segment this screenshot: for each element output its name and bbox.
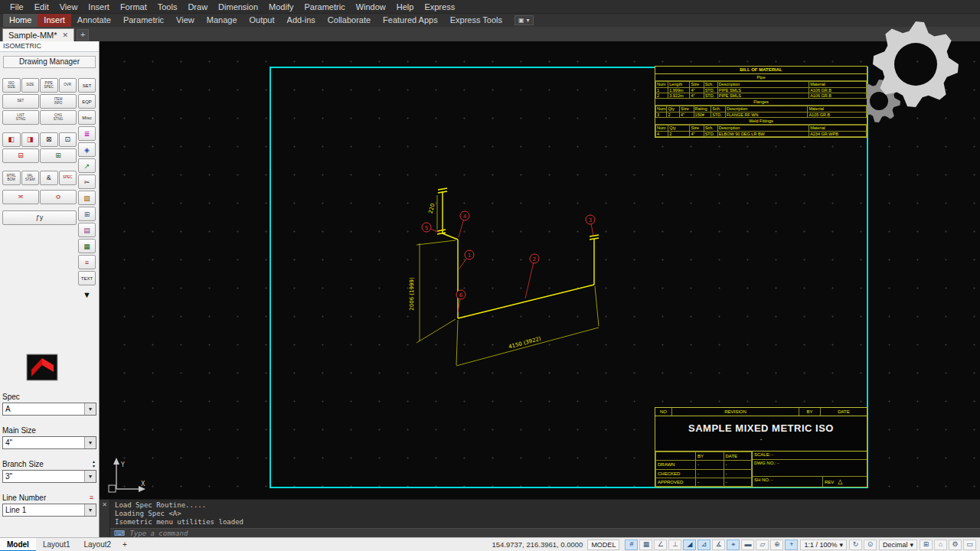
ribbon-tab-collaborate[interactable]: Collaborate <box>322 14 377 27</box>
side-eqp-button[interactable]: EQP <box>78 94 96 109</box>
side-set-button[interactable]: SET <box>78 78 96 93</box>
ribbon-tab-express-tools[interactable]: Express Tools <box>444 14 508 27</box>
chevron-down-icon[interactable]: ▾ <box>84 437 96 448</box>
transparency-toggle[interactable]: ▱ <box>756 540 769 550</box>
side-flyout-more[interactable]: ▼ <box>78 287 96 302</box>
line-number-dropdown[interactable]: Line 1 ▾ <box>2 504 96 517</box>
annotation-visibility-toggle[interactable]: ⊙ <box>864 540 877 550</box>
menu-modify[interactable]: Modify <box>263 0 299 14</box>
tool-set[interactable]: SET <box>2 94 39 109</box>
tool-weld-dot[interactable]: ≍ <box>2 190 39 204</box>
selection-cycling-toggle[interactable]: ⊕ <box>770 540 783 550</box>
spec-dropdown[interactable]: A ▾ <box>2 403 96 416</box>
polar-tracking-toggle[interactable]: ◢ <box>683 540 696 550</box>
close-icon[interactable]: ✕ <box>63 31 69 39</box>
ribbon-tab-home[interactable]: Home <box>3 14 38 27</box>
ribbon-tab-manage[interactable]: Manage <box>201 14 243 27</box>
menu-parametric[interactable]: Parametric <box>299 0 350 14</box>
menu-dimension[interactable]: Dimension <box>213 0 263 14</box>
main-size-dropdown[interactable]: 4" ▾ <box>2 436 96 449</box>
new-drawing-tab-button[interactable]: + <box>77 29 89 41</box>
tool-change-setting[interactable]: CHG STNG <box>40 110 77 125</box>
tool-ampersand[interactable]: & <box>40 171 58 185</box>
ribbon-tab-insert[interactable]: Insert <box>38 14 71 27</box>
chevron-down-icon[interactable]: ▾ <box>84 471 96 482</box>
command-input[interactable]: ⌨ Type a command <box>110 528 980 537</box>
side-export-icon[interactable]: ↗ <box>78 158 96 173</box>
ribbon-overflow-button[interactable]: ▣ ▾ <box>514 15 534 25</box>
ribbon-tab-featured-apps[interactable]: Featured Apps <box>377 14 444 27</box>
ribbon-tab-output[interactable]: Output <box>243 14 281 27</box>
isometric-drafting-toggle[interactable]: ⊿ <box>697 540 710 550</box>
menu-format[interactable]: Format <box>115 0 152 14</box>
infer-constraints-toggle[interactable]: ∠ <box>654 540 667 550</box>
tool-material-bom[interactable]: MTRL BOM <box>2 171 21 185</box>
side-symbol-icon[interactable]: ◈ <box>78 142 96 157</box>
dynamic-input-toggle[interactable]: + <box>785 540 798 550</box>
annotation-autoscale-toggle[interactable]: ↻ <box>849 540 862 550</box>
grid-display-toggle[interactable]: # <box>625 540 638 550</box>
side-grid-icon[interactable]: ▦ <box>78 239 96 253</box>
side-pattern-icon[interactable]: ▨ <box>78 191 96 205</box>
tool-override[interactable]: OVR <box>59 78 77 93</box>
side-lines-icon[interactable]: ≡ <box>78 255 96 269</box>
chevron-down-icon[interactable]: ▾ <box>84 403 96 415</box>
chevron-down-icon[interactable]: ▾ <box>84 504 96 516</box>
layout-tab-layout1[interactable]: Layout1 <box>36 538 77 551</box>
ribbon-tab-view[interactable]: View <box>170 14 201 27</box>
model-paper-toggle[interactable]: MODEL <box>587 540 619 550</box>
tool-support-symbol[interactable]: ⊞ <box>40 148 77 163</box>
menu-view[interactable]: View <box>54 0 83 14</box>
add-layout-button[interactable]: + <box>118 540 132 549</box>
side-hatch-icon[interactable]: ≣ <box>78 126 96 141</box>
ribbon-tab-annotate[interactable]: Annotate <box>71 14 117 27</box>
lineweight-toggle[interactable]: ▬ <box>741 540 754 550</box>
tool-pipe-spec[interactable]: PIPE SPEC <box>40 78 58 93</box>
layout-tab-model[interactable]: Model <box>0 538 36 551</box>
object-snap-toggle[interactable]: ⌖ <box>727 540 740 550</box>
tool-spec[interactable]: SPEC <box>59 171 77 185</box>
tool-weld-gap[interactable]: ≎ <box>40 190 77 204</box>
drawing-canvas[interactable]: Y X <box>100 41 980 499</box>
tool-weld-symbol[interactable]: ⊟ <box>2 148 39 163</box>
tool-size[interactable]: SIZE <box>21 78 40 93</box>
menu-window[interactable]: Window <box>351 0 391 14</box>
menu-tools[interactable]: Tools <box>152 0 183 14</box>
object-snap-tracking-toggle[interactable]: ∡ <box>712 540 725 550</box>
menu-draw[interactable]: Draw <box>182 0 213 14</box>
branch-size-spinner[interactable]: ▴ ▾ <box>93 459 95 468</box>
tool-item-info[interactable]: ITEM INFO <box>40 94 77 109</box>
ribbon-tab-add-ins[interactable]: Add-ins <box>281 14 322 27</box>
snap-mode-toggle[interactable]: ▦ <box>639 540 652 550</box>
menu-help[interactable]: Help <box>391 0 420 14</box>
side-table-icon[interactable]: ⊞ <box>78 207 96 221</box>
isolate-objects-toggle[interactable]: ⌂ <box>934 540 947 550</box>
document-tab-sample-mm[interactable]: Sample-MM* ✕ <box>2 28 74 41</box>
command-line-panel[interactable]: ✕ Load Spec Routine..... Loading Spec <A… <box>100 499 980 537</box>
command-line-grip[interactable]: ✕ <box>100 500 110 537</box>
side-misc-button[interactable]: Misc <box>78 110 96 125</box>
annotation-scale-button[interactable]: 1:1 / 100% ▾ <box>800 540 847 550</box>
side-layers-icon[interactable]: ▤ <box>78 223 96 237</box>
tool-valve-stem[interactable]: VAL STEM <box>21 171 40 185</box>
quick-properties-toggle[interactable]: ⊞ <box>920 540 933 550</box>
workspace-switching-button[interactable]: ⚙ <box>949 540 962 550</box>
clean-screen-button[interactable]: ▭ <box>963 540 976 550</box>
tool-iso-size[interactable]: ISO SIZE <box>2 78 21 93</box>
menu-insert[interactable]: Insert <box>83 0 115 14</box>
close-icon[interactable]: ✕ <box>102 501 107 508</box>
tool-list-setting[interactable]: LIST STNG <box>2 110 39 125</box>
branch-size-dropdown[interactable]: 3" ▾ <box>2 470 96 483</box>
menu-express[interactable]: Express <box>419 0 460 14</box>
menu-file[interactable]: File <box>5 0 29 14</box>
palette-title[interactable]: Drawing Manager <box>3 56 96 68</box>
ortho-mode-toggle[interactable]: ⊥ <box>668 540 681 550</box>
units-button[interactable]: Decimal ▾ <box>879 540 917 550</box>
tool-valve-symbol[interactable]: ⊡ <box>59 132 77 147</box>
tool-flange-symbol[interactable]: ⊠ <box>40 132 58 147</box>
tool-elbow-symbol[interactable]: ◧ <box>2 132 21 147</box>
menu-edit[interactable]: Edit <box>29 0 54 14</box>
tool-fy[interactable]: ƒy <box>2 210 77 225</box>
side-break-icon[interactable]: ✂ <box>78 174 96 189</box>
spin-down-icon[interactable]: ▾ <box>93 464 95 468</box>
